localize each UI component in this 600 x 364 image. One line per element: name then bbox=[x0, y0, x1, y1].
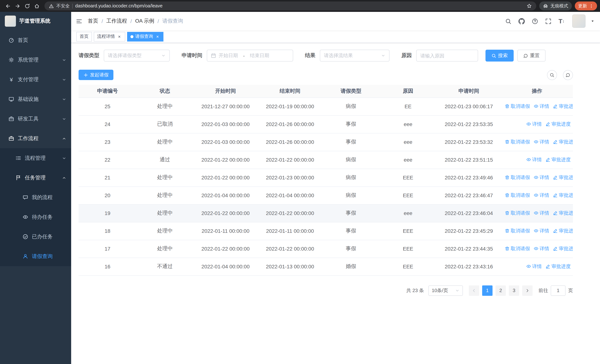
sidebar-item-leave-query[interactable]: 请假查询 bbox=[0, 246, 71, 266]
breadcrumb-separator: / bbox=[131, 18, 132, 24]
leave-type-select[interactable]: 请选择请假类型 bbox=[104, 50, 170, 62]
sidebar-item-infrastructure[interactable]: 基础设施 bbox=[0, 89, 71, 109]
create-leave-button[interactable]: 发起请假 bbox=[79, 70, 113, 80]
approval-progress-link[interactable]: 审批进度 bbox=[553, 210, 573, 216]
detail-link[interactable]: 详情 bbox=[534, 245, 549, 252]
close-icon[interactable]: × bbox=[155, 34, 160, 39]
github-icon[interactable] bbox=[517, 17, 525, 25]
next-page-button[interactable] bbox=[522, 285, 533, 296]
url-text[interactable]: dashboard.yudao.iocoder.cn/bpm/oa/leave bbox=[75, 3, 162, 9]
page-button-3[interactable]: 3 bbox=[509, 285, 519, 296]
close-icon[interactable]: × bbox=[117, 34, 122, 39]
sidebar-item-my-process[interactable]: 我的流程 bbox=[0, 187, 71, 207]
detail-link[interactable]: 详情 bbox=[534, 192, 549, 199]
cell-apply-id: 21 bbox=[79, 169, 136, 187]
page-button-2[interactable]: 2 bbox=[496, 285, 506, 296]
chevron-up-icon bbox=[62, 136, 66, 141]
back-icon[interactable] bbox=[3, 1, 13, 11]
approval-progress-link[interactable]: 审批进度 bbox=[545, 121, 571, 128]
result-select[interactable]: 请选择流结果 bbox=[320, 50, 390, 62]
home-icon[interactable] bbox=[32, 1, 41, 11]
tags-view: 首页流程详情×请假查询× bbox=[71, 30, 600, 43]
reload-icon[interactable] bbox=[22, 1, 32, 11]
security-label[interactable]: 不安全 bbox=[56, 3, 70, 9]
tab-process-detail[interactable]: 流程详情× bbox=[94, 32, 125, 41]
cancel-leave-link[interactable]: 取消请假 bbox=[505, 139, 530, 145]
search-button[interactable]: 搜索 bbox=[486, 50, 514, 62]
caret-down-icon[interactable] bbox=[591, 19, 594, 23]
detail-link[interactable]: 详情 bbox=[526, 263, 542, 270]
forward-icon[interactable] bbox=[13, 1, 22, 11]
font-size-icon[interactable]: T↕ bbox=[557, 17, 565, 25]
col-header-apply-time: 申请时间 bbox=[437, 85, 501, 97]
cell-reason: EEE bbox=[379, 187, 437, 204]
approval-progress-link[interactable]: 审批进度 bbox=[553, 139, 573, 145]
detail-link[interactable]: 详情 bbox=[526, 156, 542, 163]
cancel-leave-link[interactable]: 取消请假 bbox=[505, 103, 530, 110]
breadcrumb-item[interactable]: OA 示例 bbox=[135, 18, 154, 24]
cancel-leave-link[interactable]: 取消请假 bbox=[505, 174, 530, 181]
sidebar-item-home[interactable]: 首页 bbox=[0, 30, 71, 50]
cell-reason: eee bbox=[379, 115, 437, 133]
table-row: 21处理中2022-01-22 00:00:002022-01-23 00:00… bbox=[79, 169, 573, 187]
sidebar-item-task-management[interactable]: 任务管理 bbox=[0, 168, 71, 187]
approval-progress-link[interactable]: 审批进度 bbox=[553, 245, 573, 252]
table-refresh-button[interactable] bbox=[563, 70, 573, 80]
cancel-leave-link[interactable]: 取消请假 bbox=[505, 210, 530, 216]
detail-link[interactable]: 详情 bbox=[534, 174, 549, 181]
sidebar-item-todo-tasks[interactable]: 待办任务 bbox=[0, 207, 71, 227]
detail-link[interactable]: 详情 bbox=[534, 103, 549, 110]
sidebar-item-system[interactable]: 系统管理 bbox=[0, 50, 71, 70]
cell-leave-type: 病假 bbox=[322, 151, 379, 169]
cell-status: 处理中 bbox=[136, 222, 193, 240]
breadcrumb-item[interactable]: 首页 bbox=[88, 18, 98, 24]
approval-progress-link[interactable]: 审批进度 bbox=[553, 103, 573, 110]
address-bar[interactable]: 不安全 dashboard.yudao.iocoder.cn/bpm/oa/le… bbox=[45, 1, 536, 10]
cancel-leave-link[interactable]: 取消请假 bbox=[505, 228, 530, 234]
help-icon[interactable] bbox=[531, 17, 539, 25]
breadcrumb-item[interactable]: 工作流程 bbox=[106, 18, 127, 24]
edit-icon bbox=[553, 104, 558, 109]
detail-link[interactable]: 详情 bbox=[526, 121, 542, 128]
reset-button[interactable]: 重置 bbox=[517, 50, 545, 62]
filter-reason: 原因 bbox=[401, 50, 478, 62]
sidebar-item-workflow[interactable]: 工作流程 bbox=[0, 129, 71, 148]
cell-apply-time: 2022-01-22 23:45:29 bbox=[437, 222, 501, 240]
approval-progress-link[interactable]: 审批进度 bbox=[553, 174, 573, 181]
detail-link[interactable]: 详情 bbox=[534, 210, 549, 216]
date-range-picker[interactable]: 开始日期 - 结束日期 bbox=[207, 50, 293, 62]
search-icon[interactable] bbox=[504, 17, 512, 25]
sidebar-item-payment[interactable]: ¥支付管理 bbox=[0, 70, 71, 89]
cell-status: 处理中 bbox=[136, 169, 193, 187]
avatar[interactable] bbox=[572, 14, 586, 28]
browser-menu-dots-icon[interactable] bbox=[589, 3, 594, 8]
detail-link[interactable]: 详情 bbox=[534, 228, 549, 234]
page-button-1[interactable]: 1 bbox=[482, 285, 493, 296]
approval-progress-link[interactable]: 审批进度 bbox=[545, 263, 571, 270]
goto-page-input[interactable] bbox=[551, 285, 565, 296]
edit-icon bbox=[553, 246, 558, 251]
reason-input[interactable] bbox=[416, 50, 478, 62]
tab-leave-query[interactable]: 请假查询× bbox=[127, 32, 163, 41]
page-size-select[interactable]: 10条/页 bbox=[428, 285, 463, 296]
user-icon bbox=[22, 253, 28, 259]
sidebar-item-label: 首页 bbox=[18, 37, 28, 44]
table-search-button[interactable] bbox=[547, 70, 557, 80]
prev-page-button[interactable] bbox=[469, 285, 479, 296]
cell-reason: EE bbox=[379, 97, 437, 115]
gear-icon bbox=[8, 57, 14, 63]
cancel-leave-link[interactable]: 取消请假 bbox=[505, 245, 530, 252]
fullscreen-icon[interactable] bbox=[544, 17, 552, 25]
cancel-leave-link[interactable]: 取消请假 bbox=[505, 192, 530, 199]
detail-link[interactable]: 详情 bbox=[534, 139, 549, 145]
sidebar-item-done-tasks[interactable]: 已办任务 bbox=[0, 227, 71, 246]
sidebar-item-dev-tools[interactable]: 研发工具 bbox=[0, 109, 71, 129]
approval-progress-link[interactable]: 审批进度 bbox=[553, 228, 573, 234]
update-button[interactable]: 更新 bbox=[575, 1, 597, 10]
approval-progress-link[interactable]: 审批进度 bbox=[545, 156, 571, 163]
bookmark-star-icon[interactable] bbox=[527, 3, 532, 9]
sidebar-item-process-management[interactable]: 流程管理 bbox=[0, 148, 71, 168]
tab-home[interactable]: 首页 bbox=[76, 32, 92, 41]
approval-progress-link[interactable]: 审批进度 bbox=[553, 192, 573, 199]
hamburger-icon[interactable] bbox=[76, 18, 82, 24]
